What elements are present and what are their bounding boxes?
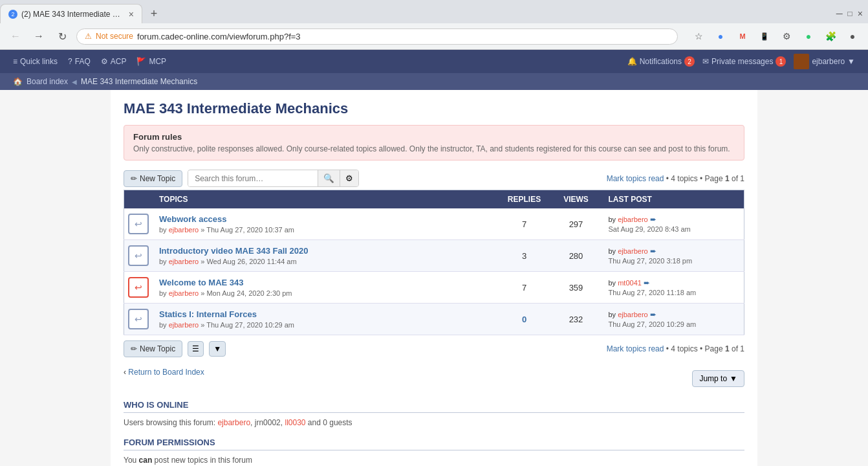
views-column-header: VIEWS	[550, 190, 602, 209]
ext1-button[interactable]: ●	[711, 27, 730, 45]
user-dropdown-icon: ▼	[847, 57, 855, 66]
gmail-button[interactable]: M	[733, 27, 752, 45]
mcp-icon: 🚩	[136, 57, 146, 66]
acp-icon: ⚙	[101, 57, 108, 66]
bookmark-button[interactable]: ☆	[689, 27, 708, 45]
search-box[interactable]: 🔍 ⚙	[188, 170, 359, 187]
go-to-post-icon[interactable]: ➨	[650, 215, 656, 224]
acp-link[interactable]: ⚙ ACP	[101, 57, 127, 66]
topic-info-cell: Statics I: Internal Forces by ejbarbero …	[153, 304, 499, 335]
left-arrow-icon: ‹	[124, 368, 126, 377]
ext2-button[interactable]: 📱	[755, 27, 774, 45]
permissions-list: You can post new topics in this forumYou…	[124, 456, 744, 466]
current-page-bottom: 1	[725, 344, 730, 353]
private-messages-button[interactable]: ✉ Private messages 1	[702, 56, 786, 67]
forward-button[interactable]: →	[30, 27, 48, 45]
user-avatar	[794, 54, 809, 69]
topics-table: TOPICS REPLIES VIEWS LAST POST ↩ Webwork…	[124, 190, 744, 335]
topic-title-link[interactable]: Introductory video MAE 343 Fall 2020	[159, 246, 308, 256]
return-board-index-link[interactable]: Return to Board Index	[128, 368, 204, 377]
topic-author-link[interactable]: ejbarbero	[169, 258, 199, 265]
topic-status-icon: ↩	[128, 277, 149, 298]
toolbar-right: Mark topics read • 4 topics • Page 1 of …	[607, 174, 744, 183]
private-messages-badge: 1	[776, 56, 786, 67]
mark-topics-read-link[interactable]: Mark topics read	[607, 174, 664, 183]
url-display: forum.cadec-online.com/viewforum.php?f=3	[137, 32, 669, 41]
minimize-button[interactable]: ─	[836, 8, 843, 19]
lastpost-author-link[interactable]: ejbarbero	[618, 247, 647, 255]
maximize-button[interactable]: □	[848, 9, 852, 18]
forum-permissions-section: FORUM PERMISSIONS You can post new topic…	[124, 438, 744, 466]
ext6-button[interactable]: ●	[843, 27, 862, 45]
table-row: ↩ Webwork access by ejbarbero » Thu Aug …	[124, 208, 744, 240]
topic-title-link[interactable]: Statics I: Internal Forces	[159, 309, 257, 319]
total-pages-bottom: 1	[740, 344, 744, 353]
close-button[interactable]: ×	[858, 8, 863, 19]
forum-permissions-header: FORUM PERMISSIONS	[124, 438, 744, 450]
forum-title: MAE 343 Intermediate Mechanics	[124, 100, 744, 117]
search-submit-button[interactable]: 🔍	[318, 170, 340, 186]
reload-button[interactable]: ↻	[53, 27, 71, 45]
online-user-ejbarbero[interactable]: ejbarbero	[217, 418, 250, 427]
security-icon: ⚠	[85, 32, 92, 41]
mark-topics-read-link-bottom[interactable]: Mark topics read	[607, 344, 664, 353]
topic-icon-cell: ↩	[124, 304, 153, 335]
online-user-ll0030[interactable]: ll0030	[285, 418, 305, 427]
who-is-online-text: Users browsing this forum: ejbarbero, jr…	[124, 418, 744, 427]
faq-link[interactable]: ? FAQ	[68, 57, 91, 66]
lastpost-author: by ejbarbero ➨	[609, 215, 738, 224]
browser-actions: ☆ ● M 📱 ⚙ ● 🧩 ●	[689, 27, 862, 45]
notifications-button[interactable]: 🔔 Notifications 2	[627, 56, 695, 67]
topic-author-link[interactable]: ejbarbero	[169, 289, 199, 297]
topic-author-link[interactable]: ejbarbero	[169, 226, 199, 234]
forum-rules-box: Forum rules Only constructive, polite re…	[124, 125, 744, 161]
envelope-icon: ✉	[702, 57, 709, 66]
topic-info-cell: Webwork access by ejbarbero » Thu Aug 27…	[153, 208, 499, 240]
ext5-button[interactable]: 🧩	[821, 27, 840, 45]
user-menu[interactable]: ejbarbero ▼	[794, 54, 855, 69]
go-to-post-icon[interactable]: ➨	[650, 310, 656, 319]
board-index-link[interactable]: Board index	[27, 77, 68, 86]
lastpost-column-header: LAST POST	[602, 190, 744, 209]
go-to-post-icon[interactable]: ➨	[650, 247, 656, 256]
topic-author-link[interactable]: ejbarbero	[169, 321, 199, 329]
topic-views: 359	[550, 272, 602, 304]
topic-title-link[interactable]: Webwork access	[159, 214, 227, 224]
address-bar[interactable]: ⚠ Not secure forum.cadec-online.com/view…	[76, 28, 678, 45]
mcp-link[interactable]: 🚩 MCP	[136, 57, 166, 66]
ext4-button[interactable]: ●	[799, 27, 818, 45]
topic-views: 232	[550, 304, 602, 335]
top-nav-right: 🔔 Notifications 2 ✉ Private messages 1 e…	[627, 54, 855, 69]
new-topic-button-bottom[interactable]: ✏ New Topic	[124, 340, 182, 357]
lastpost-date: Thu Aug 27, 2020 10:29 am	[609, 320, 738, 328]
advanced-search-button[interactable]: ⚙	[340, 170, 358, 186]
tab-close-button[interactable]: ×	[129, 9, 134, 19]
topic-info-cell: Introductory video MAE 343 Fall 2020 by …	[153, 240, 499, 272]
back-button[interactable]: ←	[6, 27, 25, 45]
topic-status-icon: ↩	[128, 214, 149, 234]
lastpost-author-link[interactable]: ejbarbero	[618, 311, 647, 318]
topic-title-link[interactable]: Welcome to MAE 343	[159, 278, 244, 287]
ext3-button[interactable]: ⚙	[777, 27, 796, 45]
go-to-post-icon[interactable]: ➨	[644, 278, 650, 287]
browser-tabs: 2 (2) MAE 343 Intermediate Mech... × + ─…	[0, 0, 868, 23]
topic-icon-cell: ↩	[124, 240, 153, 272]
new-topic-button-top[interactable]: ✏ New Topic	[124, 170, 182, 187]
topics-count-bottom: 4 topics	[671, 344, 697, 353]
search-input[interactable]	[188, 171, 318, 186]
page-label: Page	[705, 174, 723, 183]
bottom-toolbar: ✏ New Topic ☰ ▼ Mark topics read • 4 top…	[124, 340, 744, 357]
lastpost-author-link[interactable]: mt0041	[618, 279, 642, 287]
quick-links-menu[interactable]: ≡ Quick links	[13, 57, 58, 66]
jump-to-button[interactable]: Jump to ▼	[692, 370, 744, 387]
new-tab-button[interactable]: +	[145, 5, 163, 23]
lastpost-author-link[interactable]: ejbarbero	[618, 216, 647, 223]
who-is-online-header: WHO IS ONLINE	[124, 400, 744, 413]
hamburger-icon: ≡	[13, 57, 17, 66]
table-header: TOPICS REPLIES VIEWS LAST POST	[124, 190, 744, 209]
topic-views: 280	[550, 240, 602, 272]
sort-button[interactable]: ☰	[188, 341, 204, 357]
topic-status-icon: ↩	[128, 309, 149, 329]
active-tab[interactable]: 2 (2) MAE 343 Intermediate Mech... ×	[0, 4, 142, 23]
sort-dropdown-button[interactable]: ▼	[209, 341, 226, 357]
